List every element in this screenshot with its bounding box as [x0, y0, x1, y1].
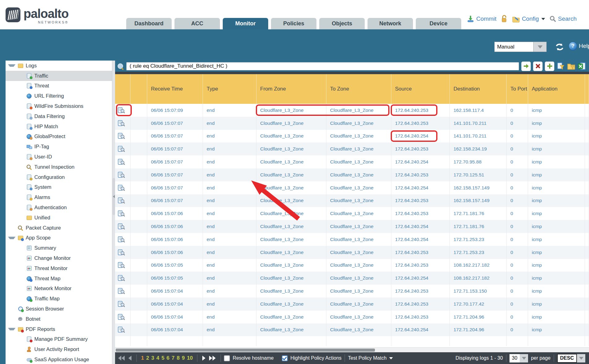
sidebar-item-threat-monitor[interactable]: Threat Monitor	[6, 263, 112, 273]
lock-icon[interactable]	[501, 15, 508, 23]
monitor[interactable]: Monitor	[223, 18, 268, 29]
column-header-receive-time[interactable]: Receive Time	[147, 74, 203, 104]
per-page-caret-button[interactable]	[520, 354, 528, 362]
from-zone-cell[interactable]: Cloudflare_L3_Zone	[256, 130, 326, 143]
log-detail-icon[interactable]	[118, 275, 125, 281]
per-page-dropdown[interactable]: 30	[509, 354, 528, 362]
receive-time-cell[interactable]: 06/06 15:07:07	[147, 142, 203, 155]
sidebar-item-data-filtering[interactable]: Data Filtering	[6, 111, 112, 121]
to-zone-cell[interactable]: Cloudflare_L3_Zone	[326, 168, 391, 181]
destination-cell[interactable]: 172.70.177.42	[450, 298, 507, 311]
action-cell[interactable]: a	[585, 155, 589, 168]
to-port-cell[interactable]: 0	[507, 155, 528, 168]
source-cell[interactable]: 172.64.240.253	[391, 246, 450, 259]
column-header-detail[interactable]	[115, 74, 131, 104]
to-port-cell[interactable]: 0	[507, 298, 528, 311]
destination-cell[interactable]: 172.71.181.76	[450, 220, 507, 233]
to-port-cell[interactable]: 0	[507, 324, 528, 336]
column-header-source[interactable]: Source	[391, 74, 450, 104]
sidebar-item-configuration[interactable]: Configuration	[6, 172, 112, 182]
source-cell[interactable]: 172.64.240.254	[391, 130, 450, 143]
to-port-cell[interactable]: 0	[507, 207, 528, 220]
log-filter-input[interactable]	[126, 62, 519, 70]
clear-filter-button[interactable]	[533, 61, 543, 71]
next-page-button[interactable]	[202, 356, 205, 361]
page-number[interactable]: 6	[166, 355, 169, 361]
sidebar-item-logs[interactable]: Logs	[6, 61, 112, 71]
destination-cell[interactable]: 172.71.204.96	[450, 311, 507, 324]
page-number[interactable]: 9	[182, 355, 185, 361]
saved-filters-button[interactable]	[567, 62, 575, 70]
device[interactable]: Device	[416, 18, 461, 29]
application-cell[interactable]: icmp	[528, 117, 585, 130]
log-detail-icon[interactable]	[118, 133, 125, 139]
column-header-to-port[interactable]: To Port	[507, 74, 528, 104]
to-zone-cell[interactable]: Cloudflare_L3_Zone	[326, 246, 391, 259]
dashboard[interactable]: Dashboard	[126, 18, 172, 29]
receive-time-cell[interactable]: 06/06 15:07:09	[147, 104, 203, 117]
application-cell[interactable]: icmp	[528, 207, 585, 220]
sidebar-item-summary[interactable]: Summary	[6, 243, 112, 253]
application-cell[interactable]: icmp	[528, 272, 585, 285]
type-cell[interactable]: end	[203, 194, 256, 207]
receive-time-cell[interactable]: 06/06 15:07:04	[147, 324, 203, 336]
application-cell[interactable]: icmp	[528, 246, 585, 259]
type-cell[interactable]: end	[203, 142, 256, 155]
destination-cell[interactable]: 162.158.157.149	[450, 181, 507, 194]
log-detail-icon[interactable]	[118, 262, 125, 268]
log-detail-icon[interactable]	[118, 107, 125, 113]
receive-time-cell[interactable]: 06/06 15:07:05	[147, 272, 203, 285]
log-detail-icon[interactable]	[118, 210, 125, 217]
from-zone-cell[interactable]: Cloudflare_L3_Zone	[256, 272, 326, 285]
action-cell[interactable]: a	[585, 181, 589, 194]
source-cell[interactable]: 172.64.240.253	[391, 142, 450, 155]
to-zone-cell[interactable]: Cloudflare_L3_Zone	[326, 324, 391, 336]
log-detail-icon[interactable]	[118, 159, 125, 165]
source-cell[interactable]: 172.64.240.254	[391, 220, 450, 233]
application-cell[interactable]: icmp	[528, 142, 585, 155]
sort-order-caret-button[interactable]	[577, 354, 585, 362]
sidebar-item-change-monitor[interactable]: Change Monitor	[6, 253, 112, 263]
to-port-cell[interactable]: 0	[507, 168, 528, 181]
to-zone-cell[interactable]: Cloudflare_L3_Zone	[326, 130, 391, 143]
sort-order-dropdown[interactable]: DESC	[557, 354, 585, 363]
application-cell[interactable]: icmp	[528, 130, 585, 143]
column-header-to-zone[interactable]: To Zone	[326, 74, 391, 104]
type-cell[interactable]: end	[203, 207, 256, 220]
refresh-mode-caret-button[interactable]	[534, 42, 547, 52]
to-port-cell[interactable]: 0	[507, 194, 528, 207]
application-cell[interactable]: icmp	[528, 311, 585, 324]
receive-time-cell[interactable]: 06/06 15:07:07	[147, 155, 203, 168]
source-cell[interactable]: 172.64.240.254	[391, 155, 450, 168]
application-cell[interactable]: icmp	[528, 298, 585, 311]
to-port-cell[interactable]: 0	[507, 272, 528, 285]
horizontal-scrollbar[interactable]	[115, 347, 589, 352]
expand-triangle-icon[interactable]	[8, 64, 15, 67]
log-detail-icon[interactable]	[118, 249, 125, 256]
acc[interactable]: ACC	[174, 18, 220, 29]
from-zone-cell[interactable]: Cloudflare_L3_Zone	[256, 194, 326, 207]
type-cell[interactable]: end	[203, 298, 256, 311]
to-zone-cell[interactable]: Cloudflare_L3_Zone	[326, 298, 391, 311]
source-cell[interactable]: 172.64.240.254	[391, 233, 450, 246]
source-cell[interactable]: 172.64.240.253	[391, 104, 450, 117]
type-cell[interactable]: end	[203, 130, 256, 143]
from-zone-cell[interactable]: Cloudflare_L3_Zone	[256, 168, 326, 181]
log-detail-icon[interactable]	[118, 327, 125, 333]
to-zone-cell[interactable]: Cloudflare_L3_Zone	[326, 311, 391, 324]
sidebar-item-threat-map[interactable]: Threat Map	[6, 273, 112, 284]
from-zone-cell[interactable]: Cloudflare_L3_Zone	[256, 259, 326, 272]
commit-button[interactable]: Commit	[467, 15, 496, 23]
to-zone-cell[interactable]: Cloudflare_L3_Zone	[326, 194, 391, 207]
type-cell[interactable]: end	[203, 181, 256, 194]
help-link[interactable]: ? Help	[569, 42, 589, 50]
log-detail-icon[interactable]	[118, 288, 125, 294]
first-page-button[interactable]	[118, 356, 125, 361]
receive-time-cell[interactable]: 06/06 15:07:07	[147, 181, 203, 194]
sidebar-item-ip-tag[interactable]: IP-Tag	[6, 142, 112, 152]
action-cell[interactable]: a	[585, 130, 589, 143]
page-number[interactable]: 2	[146, 355, 149, 361]
from-zone-cell[interactable]: Cloudflare_L3_Zone	[256, 104, 326, 117]
column-header-destination[interactable]: Destination	[450, 74, 507, 104]
config-button[interactable]: Config	[512, 15, 545, 23]
